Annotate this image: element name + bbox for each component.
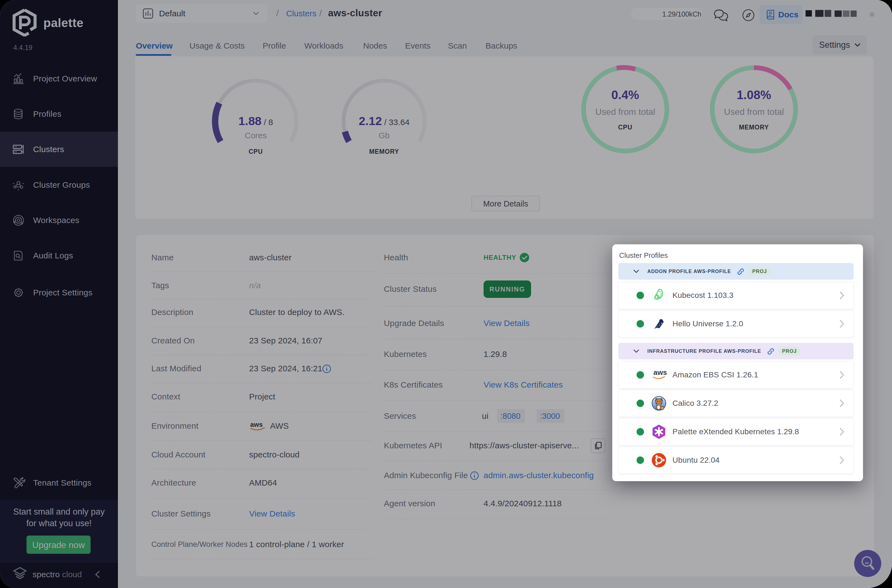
svg-text:aws: aws — [653, 368, 667, 376]
